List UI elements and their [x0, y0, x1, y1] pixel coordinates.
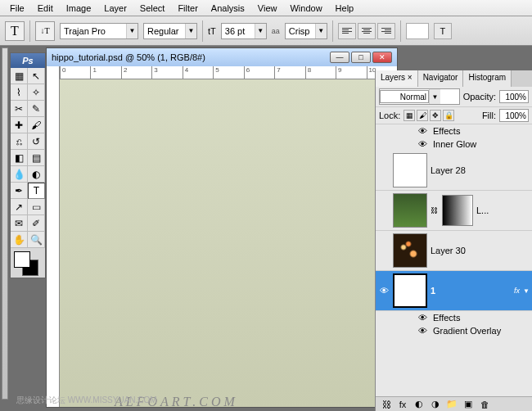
blend-mode-input[interactable] — [380, 90, 429, 103]
menu-help[interactable]: Help — [329, 2, 361, 15]
fx-badge[interactable]: fx — [514, 287, 520, 295]
effect-inner-glow[interactable]: 👁Inner Glow — [376, 138, 532, 151]
layer-name[interactable]: L... — [476, 206, 489, 215]
eyedropper-tool[interactable]: ✐ — [28, 215, 45, 232]
layer-item-selected[interactable]: 👁 1 fx▼ — [376, 271, 532, 311]
font-family-dropdown[interactable]: ▼ — [60, 23, 138, 39]
eye-icon[interactable]: 👁 — [417, 139, 428, 149]
antialias-dropdown[interactable]: ▼ — [285, 23, 327, 39]
gradient-tool[interactable]: ▤ — [28, 150, 45, 166]
layer-thumbnail[interactable] — [393, 153, 427, 187]
menu-select[interactable]: Select — [133, 2, 172, 15]
dodge-tool[interactable]: ◐ — [28, 166, 45, 183]
chevron-down-icon[interactable]: ▼ — [315, 24, 327, 38]
effects-row[interactable]: 👁Effects — [376, 124, 532, 138]
font-weight-dropdown[interactable]: ▼ — [143, 23, 197, 39]
zoom-tool[interactable]: 🔍 — [28, 232, 45, 248]
align-center-button[interactable] — [358, 23, 376, 39]
layer-item[interactable]: Layer 30 — [376, 231, 532, 271]
antialias-input[interactable] — [286, 24, 315, 38]
link-layers-icon[interactable]: ⛓ — [381, 400, 392, 409]
color-swatches[interactable] — [11, 248, 45, 278]
tool-preset[interactable]: T — [5, 21, 25, 41]
menu-image[interactable]: Image — [60, 2, 98, 15]
wand-tool[interactable]: ✧ — [28, 84, 45, 101]
chevron-down-icon[interactable]: ▼ — [523, 287, 530, 295]
path-tool[interactable]: ↗ — [11, 199, 28, 215]
dock-strip[interactable] — [2, 47, 8, 400]
layer-name[interactable]: Layer 30 — [431, 246, 466, 255]
lasso-tool[interactable]: ⌇ — [11, 84, 28, 101]
fx-icon[interactable]: fx — [397, 400, 408, 409]
lock-pixels-icon[interactable]: 🖌 — [417, 110, 428, 121]
menu-filter[interactable]: Filter — [171, 2, 204, 15]
menu-window[interactable]: Window — [283, 2, 328, 15]
layer-name[interactable]: 1 — [431, 286, 435, 296]
menu-analysis[interactable]: Analysis — [205, 2, 251, 15]
visibility-toggle[interactable]: 👁 — [378, 286, 390, 296]
move-tool[interactable]: ▦ — [11, 68, 28, 84]
slice-tool[interactable]: ✎ — [28, 101, 45, 117]
mask-icon[interactable]: ◐ — [413, 399, 425, 409]
menu-file[interactable]: File — [3, 2, 31, 15]
adjustment-icon[interactable]: ◑ — [430, 399, 441, 409]
maximize-button[interactable]: □ — [351, 52, 371, 63]
tab-layers[interactable]: Layers × — [376, 70, 418, 87]
chevron-down-icon[interactable]: ▼ — [429, 89, 440, 104]
document-titlebar[interactable]: hippo_tutorial.psd @ 50% (1, RGB/8#) — □… — [47, 48, 397, 66]
foreground-color[interactable] — [14, 251, 30, 268]
font-family-input[interactable] — [61, 24, 126, 38]
chevron-down-icon[interactable]: ▼ — [255, 24, 266, 38]
lock-transparency-icon[interactable]: ▦ — [404, 110, 415, 121]
close-button[interactable]: ✕ — [372, 52, 392, 63]
menu-view[interactable]: View — [251, 2, 284, 15]
type-tool[interactable]: T — [28, 183, 45, 199]
eye-icon[interactable]: 👁 — [417, 126, 428, 136]
layer-thumbnail[interactable] — [393, 233, 427, 268]
text-color-swatch[interactable] — [406, 23, 429, 39]
menu-edit[interactable]: Edit — [31, 2, 60, 15]
new-layer-icon[interactable]: ▣ — [462, 399, 474, 409]
font-size-dropdown[interactable]: ▼ — [221, 23, 267, 39]
history-brush-tool[interactable]: ↺ — [28, 133, 45, 150]
align-left-button[interactable] — [338, 23, 356, 39]
marquee-tool[interactable]: ↖ — [28, 68, 45, 84]
ruler-horizontal[interactable]: 012345678910 — [60, 66, 397, 79]
crop-tool[interactable]: ✂ — [11, 101, 28, 117]
blend-mode-dropdown[interactable]: ▼ — [379, 88, 460, 105]
layer-mask-thumbnail[interactable] — [442, 195, 473, 226]
effects-row[interactable]: 👁Effects — [376, 311, 532, 324]
layer-name[interactable]: Layer 28 — [431, 165, 466, 175]
hand-tool[interactable]: ✋ — [11, 232, 28, 248]
chevron-down-icon[interactable]: ▼ — [126, 24, 138, 38]
layer-item[interactable]: Layer 28 — [376, 151, 532, 191]
ruler-vertical[interactable] — [47, 66, 60, 407]
shape-tool[interactable]: ▭ — [28, 199, 45, 215]
brush-tool[interactable]: 🖌 — [28, 117, 45, 133]
font-size-input[interactable] — [222, 24, 255, 38]
pen-tool[interactable]: ✒ — [11, 183, 28, 199]
stamp-tool[interactable]: ⎌ — [11, 133, 28, 150]
eye-icon[interactable]: 👁 — [417, 326, 428, 336]
minimize-button[interactable]: — — [330, 52, 349, 63]
trash-icon[interactable]: 🗑 — [479, 400, 490, 409]
link-icon[interactable]: ⛓ — [431, 206, 439, 215]
tab-navigator[interactable]: Navigator — [418, 70, 464, 87]
layer-thumbnail[interactable] — [393, 193, 427, 228]
text-orientation-button[interactable]: ↓T — [35, 21, 55, 41]
font-weight-input[interactable] — [144, 24, 185, 38]
tab-histogram[interactable]: Histogram — [463, 70, 512, 87]
align-right-button[interactable] — [377, 23, 395, 39]
menu-layer[interactable]: Layer — [97, 2, 133, 15]
warp-text-button[interactable]: T — [434, 23, 452, 39]
lock-all-icon[interactable]: 🔒 — [443, 110, 454, 121]
layer-item[interactable]: ⛓ L... — [376, 191, 532, 231]
heal-tool[interactable]: ✚ — [11, 117, 28, 133]
opacity-input[interactable] — [499, 90, 529, 103]
fill-input[interactable] — [499, 109, 529, 122]
effect-gradient-overlay[interactable]: 👁Gradient Overlay — [376, 324, 532, 337]
eye-icon[interactable]: 👁 — [417, 313, 428, 323]
notes-tool[interactable]: ✉ — [11, 215, 28, 232]
group-icon[interactable]: 📁 — [446, 399, 458, 409]
blur-tool[interactable]: 💧 — [11, 166, 28, 183]
